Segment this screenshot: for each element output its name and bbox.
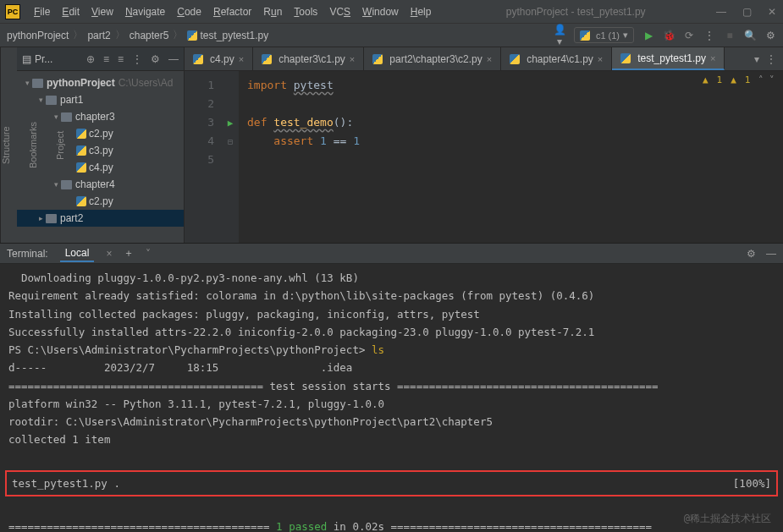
caret-right-icon[interactable]: ▸	[36, 214, 46, 222]
tab-c2-part2[interactable]: part2\chapter3\c2.py×	[364, 47, 501, 70]
chevron-icon: ˄ ˅	[758, 74, 775, 85]
tree-file-c3[interactable]: c3.py	[17, 142, 184, 159]
tool-window-rail: Structure Bookmarks Project	[0, 47, 17, 243]
menu-help[interactable]: Help	[405, 3, 437, 20]
coverage-button[interactable]: ⟳	[683, 30, 695, 41]
breadcrumb: pythonProject 〉 part2 〉 chapter5 〉 test_…	[7, 28, 268, 42]
user-icon[interactable]: 👤▾	[554, 24, 565, 47]
more-run-icon[interactable]: ⋮	[703, 30, 715, 41]
tab-c1-ch4[interactable]: chapter4\c1.py×	[501, 47, 612, 70]
gear-icon[interactable]: ⚙	[151, 53, 160, 65]
line-number: 2	[185, 95, 214, 113]
close-icon[interactable]: ×	[350, 54, 355, 64]
breadcrumb-chapter5[interactable]: chapter5	[130, 30, 169, 41]
locate-file-icon[interactable]: ⊕	[86, 53, 95, 65]
breadcrumb-file[interactable]: test_pytest1.py	[187, 30, 268, 41]
menu-refactor[interactable]: Refactor	[208, 3, 256, 20]
gear-icon[interactable]: ⚙	[747, 248, 756, 260]
line-number: 3	[185, 113, 214, 132]
run-button[interactable]: ▶	[642, 30, 654, 41]
menu-code[interactable]: Code	[172, 3, 207, 20]
menu-window[interactable]: Window	[357, 3, 404, 20]
folder-icon	[46, 96, 57, 105]
code-body[interactable]: import pytest def test_demo(): assert 1 …	[239, 71, 360, 243]
python-file-icon	[510, 54, 520, 64]
more-vert-icon[interactable]: ⋮	[132, 53, 142, 65]
close-icon[interactable]: ×	[487, 54, 492, 64]
tree-file-c2[interactable]: c2.py	[17, 125, 184, 142]
caret-down-icon[interactable]: ▾	[22, 79, 32, 87]
main-area: Structure Bookmarks Project ▤ Pr... ⊕ ≡ …	[0, 47, 783, 243]
code-editor[interactable]: 1 2 3 4 5 ▶ ⊟ import pytest def test_dem…	[185, 71, 783, 243]
close-button[interactable]: ✕	[766, 6, 778, 18]
project-tree[interactable]: ▾ pythonProject C:\Users\Ad ▾ part1 ▾ ch…	[17, 71, 184, 230]
warning-icon: ▲	[731, 74, 736, 85]
breadcrumb-root[interactable]: pythonProject	[7, 30, 69, 41]
python-file-icon	[76, 129, 86, 139]
gutter-run-icon[interactable]: ▶	[228, 118, 234, 129]
caret-down-icon[interactable]: ▾	[51, 112, 61, 121]
line-number: 5	[185, 151, 214, 169]
collapse-icon[interactable]: ⊟	[228, 137, 233, 146]
hide-panel-icon[interactable]: —	[168, 53, 179, 65]
caret-down-icon[interactable]: ▾	[51, 180, 61, 189]
terminal-line: platform win32 -- Python 3.11.1, pytest-…	[8, 395, 775, 413]
window-controls: — ▢ ✕	[715, 6, 778, 18]
python-file-icon	[193, 54, 203, 64]
debug-button[interactable]: 🐞	[663, 30, 675, 41]
menu-edit[interactable]: Edit	[57, 3, 85, 20]
tree-part1[interactable]: ▾ part1	[17, 91, 184, 108]
close-icon[interactable]: ×	[710, 53, 715, 63]
maximize-button[interactable]: ▢	[741, 6, 753, 18]
inspection-summary[interactable]: ▲1 ▲1 ˄ ˅	[703, 74, 775, 85]
expand-all-icon[interactable]: ≡	[103, 53, 109, 65]
terminal-line: ========================================…	[8, 377, 775, 395]
terminal-line: Downloading pluggy-1.0.0-py2.py3-none-an…	[8, 269, 775, 287]
pycharm-logo-icon: PC	[5, 4, 20, 19]
collapse-all-icon[interactable]: ≡	[118, 53, 124, 65]
close-icon[interactable]: ×	[598, 54, 603, 64]
main-menu: File Edit View Navigate Code Refactor Ru…	[29, 3, 436, 20]
stop-button[interactable]: ■	[724, 30, 736, 41]
folder-icon	[32, 79, 43, 88]
rail-project[interactable]: Project	[55, 130, 65, 159]
breadcrumb-part2[interactable]: part2	[87, 30, 110, 41]
terminal-body[interactable]: Downloading pluggy-1.0.0-py2.py3-none-an…	[0, 264, 783, 532]
menu-vcs[interactable]: VCS	[324, 3, 356, 20]
tree-file-c4c2[interactable]: c2.py	[17, 193, 184, 210]
tree-part2[interactable]: ▸ part2	[17, 210, 184, 227]
project-pane-header: ▤ Pr... ⊕ ≡ ≡ ⋮ ⚙ —	[17, 47, 184, 71]
close-icon[interactable]: ×	[106, 248, 112, 260]
project-pane-title[interactable]: Pr...	[35, 53, 52, 65]
chevron-down-icon[interactable]: ˅	[146, 248, 151, 260]
rail-bookmarks[interactable]: Bookmarks	[28, 122, 38, 168]
menu-tools[interactable]: Tools	[289, 3, 323, 20]
terminal-tab-local[interactable]: Local	[60, 245, 95, 262]
settings-icon[interactable]: ⚙	[764, 30, 776, 41]
add-tab-icon[interactable]: ＋	[124, 246, 134, 261]
tree-chapter3[interactable]: ▾ chapter3	[17, 108, 184, 125]
tab-c1-ch3[interactable]: chapter3\c1.py×	[253, 47, 364, 70]
close-icon[interactable]: ×	[239, 54, 244, 64]
python-file-icon	[187, 30, 197, 41]
run-config-selector[interactable]: c1 (1) ▾	[574, 27, 634, 43]
minimize-button[interactable]: —	[715, 6, 727, 18]
terminal-line: PS C:\Users\Administrator\PycharmProject…	[8, 341, 775, 359]
menu-navigate[interactable]: Navigate	[120, 3, 170, 20]
tree-root[interactable]: ▾ pythonProject C:\Users\Ad	[17, 74, 184, 91]
hide-panel-icon[interactable]: —	[766, 248, 776, 260]
tab-test-pytest1[interactable]: test_pytest1.py×	[612, 47, 725, 70]
tree-chapter4[interactable]: ▾ chapter4	[17, 176, 184, 193]
run-config-label: c1 (1)	[596, 30, 620, 41]
rail-structure[interactable]: Structure	[1, 126, 11, 164]
menu-run[interactable]: Run	[258, 3, 287, 20]
caret-down-icon[interactable]: ▾	[36, 96, 46, 104]
search-icon[interactable]: 🔍	[744, 30, 756, 41]
chevron-down-icon[interactable]: ▾	[754, 53, 759, 65]
menu-file[interactable]: File	[29, 3, 55, 20]
tree-file-c4[interactable]: c4.py	[17, 159, 184, 176]
more-vert-icon[interactable]: ⋮	[766, 53, 776, 65]
menu-view[interactable]: View	[86, 3, 119, 20]
editor-tabs: c4.py× chapter3\c1.py× part2\chapter3\c2…	[185, 47, 783, 71]
tab-c4[interactable]: c4.py×	[185, 47, 253, 70]
